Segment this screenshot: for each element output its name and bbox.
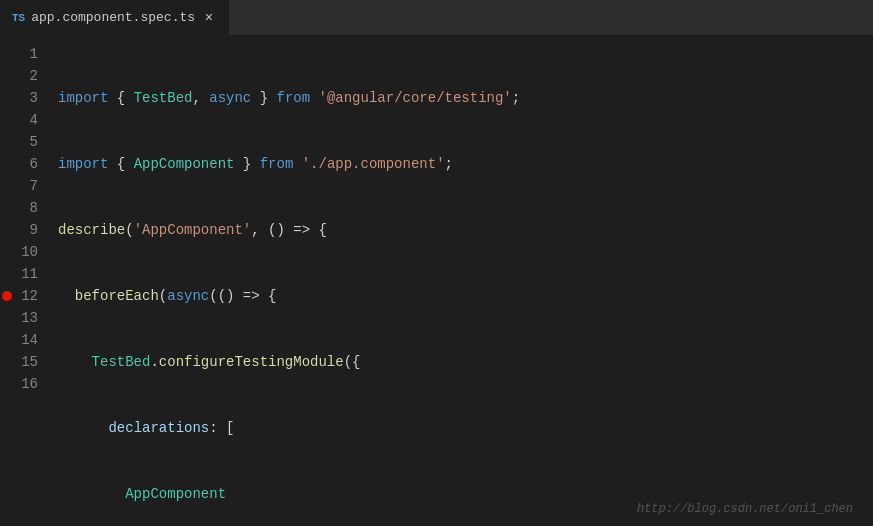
line-num-16: 16 [0,373,50,395]
line-num-8: 8 [0,197,50,219]
line-num-12: 12 [0,285,50,307]
line-num-2: 2 [0,65,50,87]
line-num-9: 9 [0,219,50,241]
watermark: http://blog.csdn.net/oni1_chen [637,502,853,516]
breakpoint-indicator [2,291,12,301]
line-num-7: 7 [0,175,50,197]
ts-icon: TS [12,12,25,24]
line-num-10: 10 [0,241,50,263]
tab-bar: TS app.component.spec.ts × [0,0,873,35]
line-num-13: 13 [0,307,50,329]
code-line-6: declarations: [ [58,417,873,439]
editor-area: 1 2 3 4 5 6 7 8 9 10 11 12 13 14 15 16 i… [0,35,873,526]
code-line-1: import { TestBed, async } from '@angular… [58,87,873,109]
tab-filename: app.component.spec.ts [31,10,195,25]
line-numbers: 1 2 3 4 5 6 7 8 9 10 11 12 13 14 15 16 [0,35,50,526]
code-line-3: describe('AppComponent', () => { [58,219,873,241]
line-num-14: 14 [0,329,50,351]
code-line-5: TestBed.configureTestingModule({ [58,351,873,373]
line-num-4: 4 [0,109,50,131]
line-num-6: 6 [0,153,50,175]
line-num-3: 3 [0,87,50,109]
line-num-11: 11 [0,263,50,285]
editor-window: TS app.component.spec.ts × 1 2 3 4 5 6 7… [0,0,873,526]
code-line-2: import { AppComponent } from './app.comp… [58,153,873,175]
line-num-5: 5 [0,131,50,153]
line-num-15: 15 [0,351,50,373]
code-line-4: beforeEach(async(() => { [58,285,873,307]
line-num-1: 1 [0,43,50,65]
code-content: import { TestBed, async } from '@angular… [50,35,873,526]
tab-close-button[interactable]: × [201,10,217,26]
active-tab[interactable]: TS app.component.spec.ts × [0,0,230,35]
